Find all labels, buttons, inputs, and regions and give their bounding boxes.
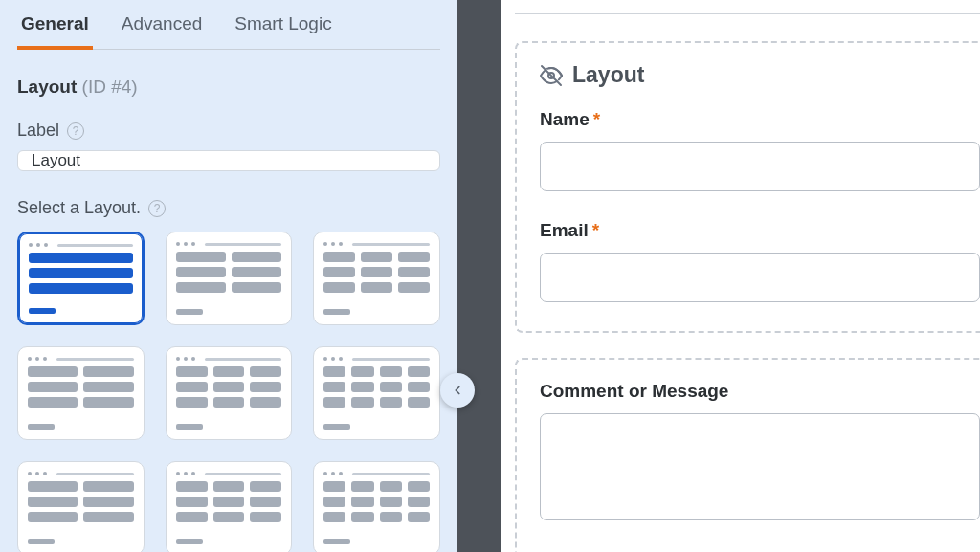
layout-preview-card[interactable]: Layout Name* Email* — [515, 41, 980, 333]
panel-divider — [457, 0, 501, 552]
settings-tabs: General Advanced Smart Logic — [17, 0, 440, 50]
eye-off-icon — [540, 64, 563, 87]
layout-option-2col[interactable] — [166, 232, 293, 325]
label-field-label: Label — [17, 121, 59, 141]
help-icon[interactable]: ? — [67, 122, 84, 140]
tab-general[interactable]: General — [17, 8, 93, 50]
layout-option-4col[interactable] — [313, 346, 440, 440]
label-text: Name — [540, 109, 590, 129]
layout-card-header: Layout — [540, 62, 980, 88]
required-asterisk: * — [593, 109, 600, 129]
layout-option-2col-b[interactable] — [17, 346, 145, 440]
field-name-label: Name* — [540, 109, 980, 130]
comment-textarea[interactable] — [540, 413, 980, 520]
layout-card-title: Layout — [572, 62, 644, 88]
layout-grid — [17, 232, 440, 552]
layout-option-1col[interactable] — [17, 232, 145, 325]
chevron-left-icon — [451, 384, 464, 397]
layout-option-3col[interactable] — [313, 232, 440, 325]
settings-panel: General Advanced Smart Logic Layout (ID … — [0, 0, 457, 552]
select-layout-label: Select a Layout. — [17, 198, 141, 218]
field-name[interactable]: Name* — [540, 109, 980, 191]
label-field-row: Label ? — [17, 121, 440, 141]
layout-option-3col-c[interactable] — [166, 461, 293, 552]
field-email[interactable]: Email* — [540, 220, 980, 302]
layout-option-3col-b[interactable] — [166, 346, 293, 440]
section-id: (ID #4) — [82, 77, 138, 97]
label-input[interactable] — [17, 150, 440, 171]
field-email-label: Email* — [540, 220, 980, 241]
select-layout-row: Select a Layout. ? — [17, 198, 440, 218]
label-text: Comment or Message — [540, 381, 728, 401]
layout-option-4col-b[interactable] — [313, 461, 440, 552]
field-comment-card[interactable]: Comment or Message — [515, 358, 980, 552]
collapse-panel-button[interactable] — [440, 373, 475, 408]
required-asterisk: * — [592, 220, 599, 240]
tab-advanced[interactable]: Advanced — [118, 8, 207, 50]
name-input[interactable] — [540, 142, 980, 191]
layout-option-2col-c[interactable] — [17, 461, 145, 552]
section-title-text: Layout — [17, 77, 77, 97]
email-input[interactable] — [540, 253, 980, 302]
field-comment-label: Comment or Message — [540, 381, 980, 402]
tab-smart-logic[interactable]: Smart Logic — [231, 8, 335, 50]
label-text: Email — [540, 220, 589, 240]
form-preview-panel: Layout Name* Email* Comment or Message — [501, 0, 980, 552]
help-icon[interactable]: ? — [148, 200, 166, 217]
section-title: Layout (ID #4) — [17, 77, 440, 98]
divider — [515, 13, 980, 14]
